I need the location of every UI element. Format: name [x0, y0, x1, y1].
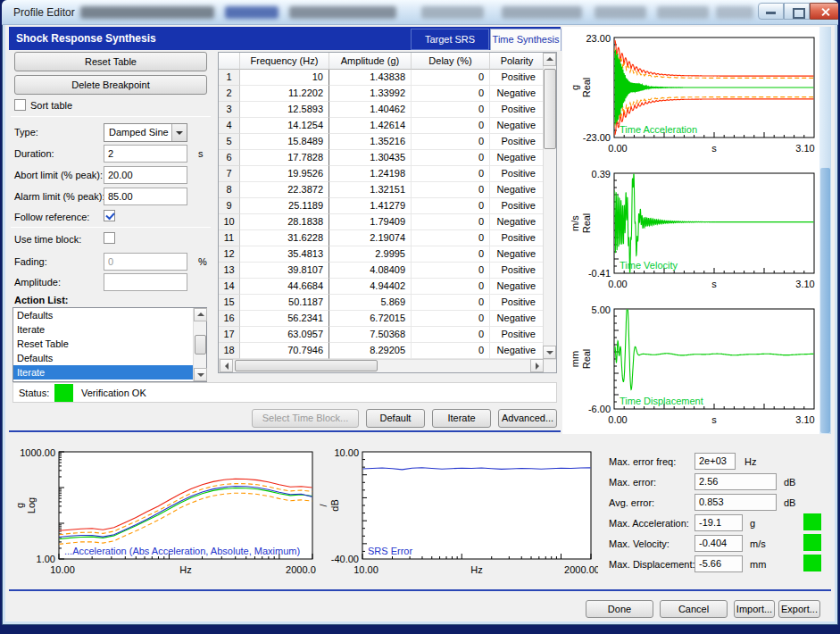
- done-button[interactable]: Done: [586, 600, 653, 618]
- table-cell[interactable]: 1.42614: [329, 118, 412, 134]
- table-cell[interactable]: 11.2202: [240, 86, 329, 102]
- table-cell[interactable]: Negative: [490, 118, 545, 134]
- action-list-item[interactable]: Reset Table: [13, 337, 206, 351]
- table-cell[interactable]: 8.29205: [329, 343, 412, 359]
- iterate-button[interactable]: Iterate: [432, 409, 491, 428]
- table-cell[interactable]: 12.5893: [240, 102, 329, 118]
- follow-reference-checkbox[interactable]: [104, 210, 115, 221]
- table-cell[interactable]: 17.7828: [240, 150, 329, 166]
- table-cell[interactable]: 1.40462: [329, 102, 412, 118]
- table-cell[interactable]: 0: [412, 70, 490, 86]
- table-cell[interactable]: Positive: [490, 230, 545, 246]
- use-time-block-checkbox[interactable]: [104, 232, 115, 244]
- table-cell[interactable]: 70.7946: [240, 343, 329, 359]
- scroll-left-icon[interactable]: [220, 359, 233, 372]
- table-cell[interactable]: 0: [412, 182, 490, 198]
- table-cell[interactable]: 35.4813: [240, 246, 329, 263]
- table-cell[interactable]: 19.9526: [240, 166, 329, 182]
- table-cell[interactable]: 7.50368: [329, 327, 412, 343]
- duration-input[interactable]: [104, 145, 187, 163]
- action-list[interactable]: DefaultsIterateReset TableDefaultsIterat…: [12, 307, 207, 382]
- action-list-item[interactable]: Defaults: [13, 308, 206, 322]
- table-cell[interactable]: 1.41279: [329, 198, 412, 214]
- scroll-down-icon[interactable]: [194, 368, 207, 381]
- cancel-button[interactable]: Cancel: [660, 600, 728, 618]
- column-header[interactable]: Amplitude (g): [329, 53, 412, 70]
- table-cell[interactable]: Positive: [490, 102, 545, 118]
- table-cell[interactable]: 0: [412, 295, 490, 311]
- table-cell[interactable]: 63.0957: [240, 327, 329, 343]
- table-cell[interactable]: 0: [412, 279, 490, 295]
- scrollbar-thumb[interactable]: [235, 360, 378, 371]
- table-cell[interactable]: 0: [412, 343, 490, 359]
- column-header[interactable]: Polarity: [490, 53, 545, 70]
- table-cell[interactable]: 2.19074: [329, 230, 412, 246]
- table-cell[interactable]: 4.94402: [329, 279, 412, 295]
- table-cell[interactable]: Positive: [490, 166, 545, 182]
- table-cell[interactable]: 1.33992: [329, 86, 412, 102]
- table-cell[interactable]: 44.6684: [240, 279, 329, 295]
- table-cell[interactable]: 0: [412, 86, 490, 102]
- table-cell[interactable]: 31.6228: [240, 230, 329, 246]
- table-cell[interactable]: 0: [412, 230, 490, 246]
- table-cell[interactable]: 0: [412, 198, 490, 214]
- table-cell[interactable]: Negative: [490, 311, 545, 327]
- table-cell[interactable]: 0: [412, 327, 490, 343]
- table-cell[interactable]: Positive: [490, 327, 545, 343]
- default-button[interactable]: Default: [366, 409, 425, 428]
- table-cell[interactable]: Positive: [490, 134, 545, 150]
- import-button[interactable]: Import...: [734, 600, 775, 618]
- delete-breakpoint-button[interactable]: Delete Breakpoint: [14, 75, 207, 95]
- table-cell[interactable]: Positive: [490, 70, 545, 86]
- table-cell[interactable]: 0: [412, 246, 490, 263]
- action-list-item[interactable]: Iterate: [13, 322, 206, 337]
- table-cell[interactable]: 0: [412, 150, 490, 166]
- table-cell[interactable]: Negative: [490, 246, 545, 263]
- table-cell[interactable]: Positive: [490, 198, 545, 214]
- advanced-button[interactable]: Advanced...: [498, 409, 557, 428]
- table-cell[interactable]: Negative: [490, 150, 545, 166]
- table-cell[interactable]: 5.869: [329, 295, 412, 311]
- table-cell[interactable]: Negative: [490, 279, 545, 295]
- scrollbar-thumb[interactable]: [195, 335, 206, 355]
- dropdown-arrow-icon[interactable]: [171, 124, 187, 141]
- export-button[interactable]: Export...: [778, 600, 820, 618]
- abort-limit-input[interactable]: [104, 166, 187, 184]
- select-time-block-button[interactable]: Select Time Block...: [252, 409, 359, 428]
- column-header[interactable]: [219, 53, 240, 70]
- table-cell[interactable]: 0: [412, 166, 490, 182]
- scroll-up-icon[interactable]: [194, 308, 207, 321]
- table-cell[interactable]: 28.1838: [240, 214, 329, 230]
- table-cell[interactable]: 0: [412, 102, 490, 118]
- table-cell[interactable]: Positive: [490, 295, 545, 311]
- table-cell[interactable]: 14.1254: [240, 118, 329, 134]
- table-cell[interactable]: 2.9995: [329, 246, 412, 263]
- table-cell[interactable]: 6.72015: [329, 311, 412, 327]
- table-cell[interactable]: 1.32151: [329, 182, 412, 198]
- table-cell[interactable]: 39.8107: [240, 263, 329, 279]
- column-header[interactable]: Frequency (Hz): [240, 53, 329, 70]
- table-cell[interactable]: 1.24198: [329, 166, 412, 182]
- table-cell[interactable]: 22.3872: [240, 182, 329, 198]
- table-cell[interactable]: Negative: [490, 182, 545, 198]
- table-cell[interactable]: Negative: [490, 214, 545, 230]
- table-cell[interactable]: 4.08409: [329, 263, 412, 279]
- table-cell[interactable]: 15.8489: [240, 134, 329, 150]
- table-cell[interactable]: Negative: [490, 86, 545, 102]
- table-cell[interactable]: Positive: [490, 263, 545, 279]
- action-list-item[interactable]: Iterate: [13, 365, 206, 380]
- table-cell[interactable]: 1.43838: [329, 70, 412, 86]
- type-dropdown[interactable]: Damped Sine: [104, 123, 187, 142]
- table-cell[interactable]: 56.2341: [240, 311, 329, 327]
- table-cell[interactable]: 0: [412, 118, 490, 134]
- table-cell[interactable]: 0: [412, 311, 490, 327]
- table-cell[interactable]: 1.79409: [329, 214, 412, 230]
- action-list-scrollbar[interactable]: [193, 308, 206, 381]
- table-hscrollbar[interactable]: [219, 359, 556, 372]
- tab-time-synthesis[interactable]: Time Synthesis: [490, 29, 561, 51]
- close-button[interactable]: [810, 3, 838, 20]
- table-cell[interactable]: Negative: [490, 343, 545, 359]
- table-cell[interactable]: 1.35216: [329, 134, 412, 150]
- table-cell[interactable]: 0: [412, 134, 490, 150]
- table-cell[interactable]: 10: [240, 70, 329, 86]
